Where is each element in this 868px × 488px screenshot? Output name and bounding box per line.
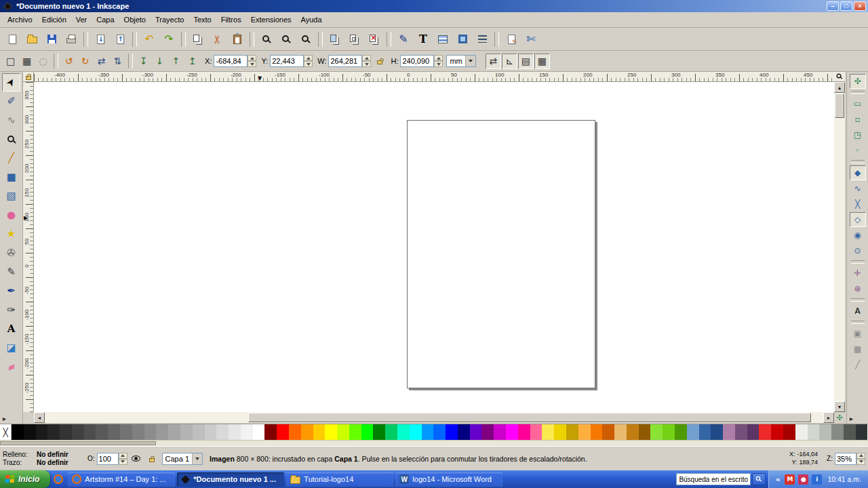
close-button[interactable]: ×: [854, 1, 866, 11]
snap-guides-toggle[interactable]: ╱: [850, 357, 866, 372]
menu-texto[interactable]: Texto: [189, 14, 216, 26]
palette-swatch-0d0d0d[interactable]: [24, 424, 36, 440]
cut-button[interactable]: ✂: [208, 30, 227, 49]
snap-enable-toggle[interactable]: ✣: [850, 74, 866, 89]
snap-bbox-midpoints-toggle[interactable]: ◦: [850, 143, 866, 158]
palette-swatch-ff0000[interactable]: [277, 424, 289, 440]
zoom-field[interactable]: [835, 453, 856, 465]
w-field[interactable]: [328, 55, 362, 67]
pen-tool[interactable]: ✒: [2, 282, 20, 300]
palette-swatch-d9d9d9[interactable]: [216, 424, 229, 440]
palette-scroll-thumb[interactable]: [0, 441, 156, 445]
spin-up-button[interactable]: [248, 55, 256, 61]
guides-lock-button[interactable]: [23, 72, 34, 82]
x-field[interactable]: [214, 55, 248, 67]
palette-swatch-f2f2f2[interactable]: [241, 424, 253, 440]
page[interactable]: [407, 120, 595, 388]
tweak-tool[interactable]: ∿: [2, 111, 20, 129]
layers-dialog-button[interactable]: [433, 30, 452, 49]
transform-corners-toggle[interactable]: ⊾: [502, 54, 517, 69]
palette-swatch-8f5902[interactable]: [639, 424, 651, 440]
zoom-selection-button[interactable]: [257, 30, 276, 49]
palette-swatch-bfbfbf[interactable]: [193, 424, 205, 440]
taskbar-task-logo14-microsoft-word[interactable]: Wlogo14 - Microsoft Word: [395, 472, 502, 487]
snap-grid-toggle[interactable]: ▦: [850, 342, 866, 357]
palette-swatch-6600cc[interactable]: [470, 424, 482, 440]
vertical-ruler[interactable]: ▶ 350300250200150100500-50-100-150-200-2…: [23, 82, 34, 412]
palette-swatch-ff0099[interactable]: [518, 424, 530, 440]
palette-swatch-808080[interactable]: [132, 424, 144, 440]
maximize-button[interactable]: □: [840, 1, 852, 11]
snap-corner-button[interactable]: ✣: [834, 412, 845, 423]
palette-swatch-00ff00[interactable]: [361, 424, 374, 440]
scroll-right-button[interactable]: ▸: [823, 412, 834, 423]
palette-swatch-cc0000[interactable]: [771, 424, 783, 440]
raise-to-top-button[interactable]: ↥: [184, 54, 200, 69]
palette-swatch-4d4d4d[interactable]: [84, 424, 96, 440]
save-button[interactable]: [42, 30, 61, 49]
calligraphy-tool[interactable]: ✑: [2, 301, 20, 319]
tray-hide-button[interactable]: «: [774, 474, 781, 485]
fill-stroke-indicator[interactable]: Relleno: No definir Trazo: No definir: [3, 451, 83, 466]
palette-swatch-babdb6[interactable]: [819, 424, 831, 440]
spin-up-button[interactable]: [304, 55, 313, 61]
palette-swatch-595959[interactable]: [96, 424, 108, 440]
transform-stroke-toggle[interactable]: ⇄: [486, 54, 501, 69]
palette-swatch-73d216[interactable]: [663, 424, 675, 440]
select-all-layers-button[interactable]: ▦: [19, 54, 35, 69]
palette-swatch-a6a6a6[interactable]: [168, 424, 180, 440]
toolbox-expander[interactable]: ▸: [0, 413, 9, 424]
snap-midpoints-toggle[interactable]: ⊙: [850, 243, 866, 258]
palette-swatch-a40000[interactable]: [783, 424, 795, 440]
palette-swatch-0000ff[interactable]: [446, 424, 458, 440]
clone-button[interactable]: [345, 30, 364, 49]
menu-objeto[interactable]: Objeto: [119, 14, 151, 26]
text-tool[interactable]: A: [2, 320, 20, 338]
opacity-spinner[interactable]: [119, 453, 127, 465]
vertical-scroll-thumb[interactable]: [835, 94, 844, 118]
palette-swatch-ccff00[interactable]: [337, 424, 349, 440]
palette-swatch-3465a4[interactable]: [699, 424, 711, 440]
snapbar-expander[interactable]: ▸: [847, 413, 856, 424]
y-spinner[interactable]: [304, 55, 313, 67]
palette-scrollbar[interactable]: [0, 440, 868, 446]
spin-down-button[interactable]: [856, 459, 865, 465]
menu-extensiones[interactable]: Extensiones: [246, 14, 296, 26]
palette-swatch-ffcc00[interactable]: [313, 424, 326, 440]
x-spinner[interactable]: [248, 55, 256, 67]
palette-swatch-fce94f[interactable]: [542, 424, 554, 440]
tray-mail-icon[interactable]: M: [785, 474, 795, 485]
rectangle-tool[interactable]: ■: [2, 168, 20, 186]
palette-swatch-00ffff[interactable]: [410, 424, 422, 440]
lower-to-bottom-button[interactable]: ↧: [136, 54, 151, 69]
unlink-clone-button[interactable]: [365, 30, 384, 49]
palette-swatch-75507b[interactable]: [735, 424, 747, 440]
menu-capa[interactable]: Capa: [92, 14, 119, 26]
paint-bucket-tool[interactable]: ◪: [2, 339, 20, 357]
menu-filtros[interactable]: Filtros: [216, 14, 246, 26]
snap-smooth-nodes-toggle[interactable]: ◉: [850, 228, 866, 243]
spin-down-button[interactable]: [248, 61, 256, 67]
search-button[interactable]: [752, 473, 766, 485]
palette-swatch-c4a000[interactable]: [566, 424, 578, 440]
palette-swatch-262626[interactable]: [47, 424, 60, 440]
measure-tool[interactable]: ╱: [2, 149, 20, 167]
palette-swatch-8ae234[interactable]: [650, 424, 663, 440]
layer-lock-button[interactable]: [145, 452, 159, 466]
copy-button[interactable]: [189, 30, 208, 49]
h-field[interactable]: [400, 55, 434, 67]
palette-swatch-66ff00[interactable]: [349, 424, 361, 440]
transform-gradients-toggle[interactable]: ▤: [518, 54, 534, 69]
snap-bbox-corners-toggle[interactable]: ◳: [850, 127, 866, 142]
spiral-tool[interactable]: ✇: [2, 244, 20, 262]
snap-text-baseline-toggle[interactable]: A: [850, 304, 866, 319]
palette-none-swatch[interactable]: ╳: [0, 424, 12, 440]
transform-patterns-toggle[interactable]: ▦: [534, 54, 550, 69]
horizontal-scrollbar[interactable]: ◂ ▸: [34, 412, 834, 423]
select-all-button[interactable]: □: [3, 54, 18, 69]
export-button[interactable]: [111, 30, 130, 49]
undo-button[interactable]: ↶: [140, 30, 159, 49]
horizontal-ruler[interactable]: ▼ -400-350-300-250-200-150-100-500501001…: [34, 72, 845, 82]
palette-swatch-000080[interactable]: [458, 424, 470, 440]
ellipse-tool[interactable]: ●: [2, 206, 20, 224]
